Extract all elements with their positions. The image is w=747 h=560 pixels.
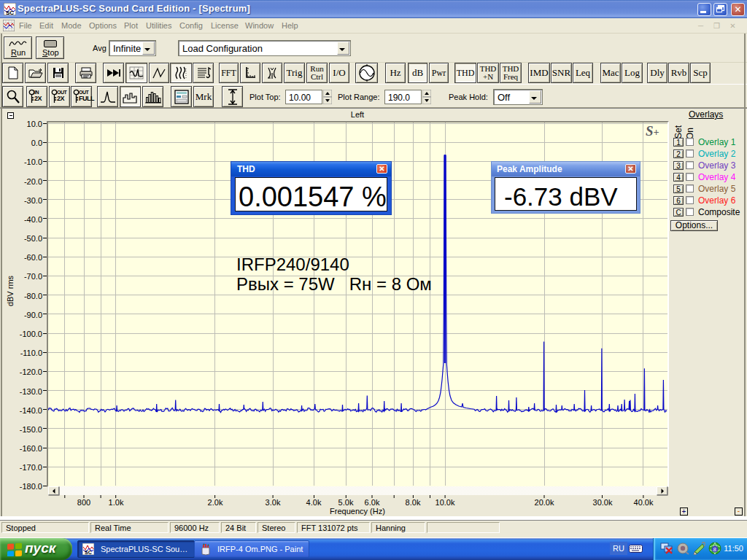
svg-text:SC: SC: [85, 550, 92, 555]
svg-text:SC: SC: [6, 9, 14, 15]
svg-text:8: 8: [713, 546, 716, 553]
